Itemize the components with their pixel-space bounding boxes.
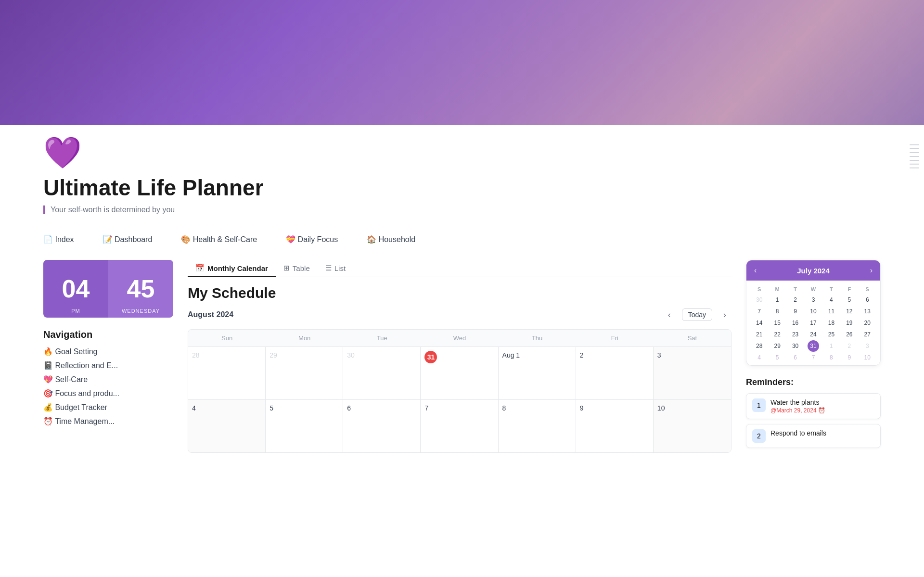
- calendar-body: 28 29 30 31 Aug 1 2 3: [188, 346, 731, 452]
- mini-day-1-next[interactable]: 1: [822, 340, 840, 352]
- mini-day-6-faded[interactable]: 6: [786, 352, 804, 363]
- nav-budget[interactable]: 💰 Budget Tracker: [43, 403, 173, 412]
- today-button[interactable]: Today: [682, 308, 712, 321]
- calendar-tab-icon: 📅: [195, 264, 205, 272]
- cal-cell-8[interactable]: 8: [499, 399, 576, 452]
- tab-list[interactable]: ☰ List: [318, 260, 353, 277]
- mini-day-13[interactable]: 13: [859, 306, 876, 317]
- reminder-number-2: 2: [757, 432, 761, 440]
- mini-day-20[interactable]: 20: [859, 317, 876, 329]
- mini-day-16[interactable]: 16: [786, 317, 804, 329]
- mini-day-5[interactable]: 5: [840, 294, 858, 306]
- nav-index[interactable]: 📄 Index: [43, 235, 74, 244]
- mini-day-14[interactable]: 14: [750, 317, 768, 329]
- scrollbar-line: [910, 144, 919, 145]
- mini-day-18[interactable]: 18: [822, 317, 840, 329]
- nav-health[interactable]: 🎨 Health & Self-Care: [181, 235, 257, 244]
- tab-bar: 📅 Monthly Calendar ⊞ Table ☰ List: [188, 260, 732, 277]
- mini-day-30[interactable]: 30: [786, 340, 804, 352]
- day-header-mon: Mon: [266, 330, 343, 346]
- mini-day-26[interactable]: 26: [840, 329, 858, 340]
- top-nav: 📄 Index 📝 Dashboard 🎨 Health & Self-Care…: [0, 229, 924, 250]
- mini-day-24[interactable]: 24: [804, 329, 822, 340]
- clock-minutes: 45 WEDNESDAY: [108, 260, 173, 318]
- mini-day-31-today[interactable]: 31: [808, 340, 819, 352]
- table-tab-label: Table: [293, 264, 310, 272]
- cal-cell-3[interactable]: 3: [654, 346, 731, 399]
- mini-day-10-faded[interactable]: 10: [859, 352, 876, 363]
- scrollbar-line: [910, 167, 919, 168]
- mini-day-30-prev[interactable]: 30: [750, 294, 768, 306]
- mini-day-25[interactable]: 25: [822, 329, 840, 340]
- mini-calendar: ‹ July 2024 › S M T W T F S 30 1 2 3 4 5…: [746, 260, 881, 366]
- mini-day-7-faded[interactable]: 7: [804, 352, 822, 363]
- nav-household[interactable]: 🏠 Household: [367, 235, 415, 244]
- mini-day-23[interactable]: 23: [786, 329, 804, 340]
- nav-dashboard[interactable]: 📝 Dashboard: [103, 235, 153, 244]
- day-header-sat: Sat: [654, 330, 731, 346]
- mini-day-9-faded[interactable]: 9: [840, 352, 858, 363]
- mini-day-15[interactable]: 15: [768, 317, 786, 329]
- mini-day-22[interactable]: 22: [768, 329, 786, 340]
- prev-month-arrow[interactable]: ‹: [663, 308, 676, 321]
- mini-day-header-s: S: [750, 284, 768, 294]
- nav-time[interactable]: ⏰ Time Managem...: [43, 417, 173, 426]
- mini-day-1[interactable]: 1: [768, 294, 786, 306]
- header-banner: [0, 0, 924, 125]
- reminder-date-1: @March 29, 2024 ⏰: [770, 407, 874, 414]
- mini-day-7[interactable]: 7: [750, 306, 768, 317]
- mini-cal-next[interactable]: ›: [870, 266, 873, 275]
- mini-day-12[interactable]: 12: [840, 306, 858, 317]
- mini-day-5-faded[interactable]: 5: [768, 352, 786, 363]
- nav-self-care[interactable]: 💖 Self-Care: [43, 375, 173, 384]
- mini-day-3-next[interactable]: 3: [859, 340, 876, 352]
- nav-daily-focus[interactable]: 💝 Daily Focus: [286, 235, 338, 244]
- cal-date: 7: [424, 404, 428, 412]
- cal-cell-9[interactable]: 9: [576, 399, 654, 452]
- cal-date: 9: [580, 404, 584, 412]
- mini-day-11[interactable]: 11: [822, 306, 840, 317]
- cal-cell-6[interactable]: 6: [343, 399, 421, 452]
- scrollbar[interactable]: [910, 144, 919, 168]
- nav-focus[interactable]: 🎯 Focus and produ...: [43, 389, 173, 398]
- today-badge: 31: [424, 351, 437, 363]
- mini-day-4[interactable]: 4: [822, 294, 840, 306]
- mini-day-17[interactable]: 17: [804, 317, 822, 329]
- nav-goal-setting[interactable]: 🔥 Goal Setting: [43, 347, 173, 356]
- mini-day-3[interactable]: 3: [804, 294, 822, 306]
- cal-cell-aug1[interactable]: Aug 1: [499, 346, 576, 399]
- mini-day-10[interactable]: 10: [804, 306, 822, 317]
- nav-reflection[interactable]: 📓 Reflection and E...: [43, 361, 173, 370]
- cal-cell-31-today[interactable]: 31: [421, 346, 498, 399]
- cal-cell-30[interactable]: 30: [343, 346, 421, 399]
- cal-cell-10[interactable]: 10: [654, 399, 731, 452]
- reminder-item-1: 1 Water the plants @March 29, 2024 ⏰: [746, 393, 881, 419]
- tab-monthly-calendar[interactable]: 📅 Monthly Calendar: [188, 260, 276, 277]
- mini-day-2-next[interactable]: 2: [840, 340, 858, 352]
- mini-day-header-t: T: [786, 284, 804, 294]
- mini-day-21[interactable]: 21: [750, 329, 768, 340]
- cal-cell-2[interactable]: 2: [576, 346, 654, 399]
- mini-day-2[interactable]: 2: [786, 294, 804, 306]
- mini-day-6[interactable]: 6: [859, 294, 876, 306]
- cal-cell-5[interactable]: 5: [266, 399, 343, 452]
- mini-day-28[interactable]: 28: [750, 340, 768, 352]
- mini-day-9[interactable]: 9: [786, 306, 804, 317]
- cal-cell-28[interactable]: 28: [188, 346, 266, 399]
- mini-day-27[interactable]: 27: [859, 329, 876, 340]
- mini-cal-prev[interactable]: ‹: [754, 266, 757, 275]
- mini-day-29[interactable]: 29: [768, 340, 786, 352]
- cal-date: 28: [192, 351, 200, 359]
- cal-cell-29[interactable]: 29: [266, 346, 343, 399]
- clock-hour-value: 04: [62, 274, 90, 303]
- left-sidebar: 04 PM 45 WEDNESDAY Navigation 🔥 Goal Set…: [43, 260, 173, 453]
- tab-table[interactable]: ⊞ Table: [276, 260, 318, 277]
- mini-day-19[interactable]: 19: [840, 317, 858, 329]
- cal-cell-4[interactable]: 4: [188, 399, 266, 452]
- next-month-arrow[interactable]: ›: [718, 308, 732, 321]
- mini-day-8[interactable]: 8: [768, 306, 786, 317]
- mini-day-4-faded[interactable]: 4: [750, 352, 768, 363]
- cal-date: 29: [270, 351, 277, 359]
- cal-cell-7[interactable]: 7: [421, 399, 498, 452]
- mini-day-8-faded[interactable]: 8: [822, 352, 840, 363]
